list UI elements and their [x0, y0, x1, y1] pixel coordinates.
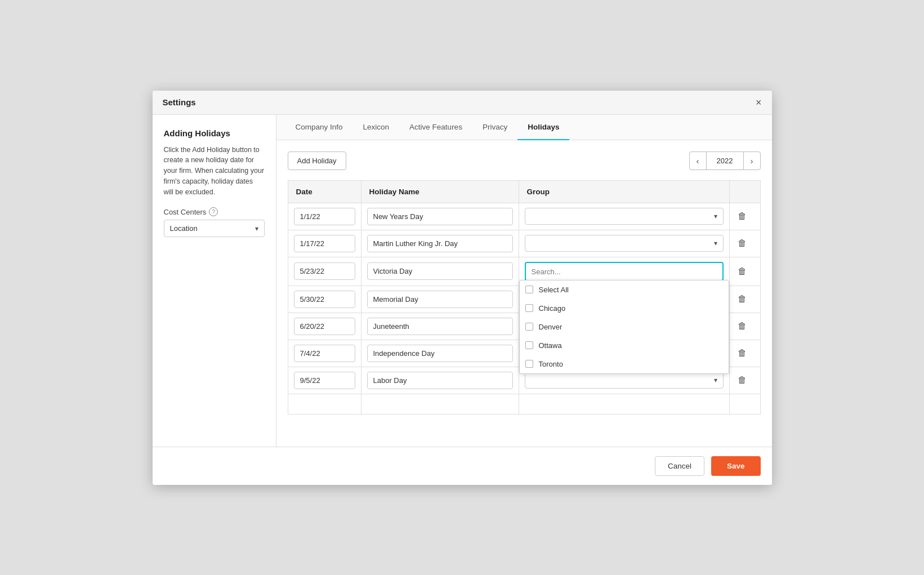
- add-holiday-button[interactable]: Add Holiday: [288, 151, 346, 170]
- modal-body: Adding Holidays Click the Add Holiday bu…: [153, 115, 772, 447]
- delete-button[interactable]: 🗑: [735, 346, 749, 360]
- help-icon[interactable]: ?: [209, 207, 218, 216]
- name-cell: [361, 367, 519, 394]
- date-cell: [288, 367, 361, 394]
- option-label-denver: Denver: [539, 323, 563, 331]
- cost-center-dropdown[interactable]: Location ▾: [164, 220, 265, 237]
- table-row-empty: [288, 394, 760, 414]
- chevron-down-icon: ▾: [714, 376, 717, 384]
- year-navigator: ‹ 2022 ›: [689, 151, 761, 170]
- date-cell: [288, 340, 361, 367]
- delete-button[interactable]: 🗑: [735, 319, 749, 333]
- date-input[interactable]: [294, 372, 355, 389]
- modal-footer: Cancel Save: [153, 447, 772, 485]
- group-dropdown[interactable]: ▾: [525, 208, 724, 225]
- date-cell: [288, 203, 361, 230]
- date-cell: [288, 257, 361, 286]
- delete-cell: 🗑: [729, 340, 760, 367]
- save-button[interactable]: Save: [711, 456, 761, 476]
- table-row: ▾ 🗑: [288, 203, 760, 230]
- trash-icon: 🗑: [738, 348, 747, 358]
- name-input[interactable]: [367, 345, 513, 362]
- empty-date-cell: [288, 394, 361, 414]
- date-input[interactable]: [294, 262, 355, 280]
- delete-cell: 🗑: [729, 313, 760, 340]
- dropdown-option-ottawa[interactable]: Ottawa: [520, 336, 729, 355]
- chevron-down-icon: ▾: [255, 225, 258, 233]
- name-cell: [361, 257, 519, 286]
- group-dropdown-active[interactable]: [525, 262, 724, 281]
- dropdown-option-select-all[interactable]: Select All: [520, 280, 729, 299]
- toolbar: Add Holiday ‹ 2022 ›: [288, 151, 761, 170]
- group-dropdown[interactable]: ▾: [525, 235, 724, 252]
- option-label-chicago: Chicago: [539, 304, 566, 313]
- empty-delete-cell: [729, 394, 760, 414]
- name-cell: [361, 230, 519, 257]
- tab-privacy[interactable]: Privacy: [472, 115, 517, 140]
- dropdown-option-denver[interactable]: Denver: [520, 318, 729, 336]
- year-display: 2022: [707, 153, 743, 169]
- date-input[interactable]: [294, 291, 355, 308]
- name-input[interactable]: [367, 318, 513, 335]
- tab-active-features[interactable]: Active Features: [399, 115, 472, 140]
- cancel-button[interactable]: Cancel: [655, 456, 704, 476]
- name-cell: [361, 286, 519, 313]
- empty-group-cell: [519, 394, 729, 414]
- col-header-name: Holiday Name: [361, 180, 519, 203]
- name-input[interactable]: [367, 208, 513, 225]
- trash-icon: 🗑: [738, 238, 747, 248]
- tab-lexicon[interactable]: Lexicon: [353, 115, 400, 140]
- date-cell: [288, 286, 361, 313]
- checkbox-toronto[interactable]: [525, 360, 533, 368]
- checkbox-chicago[interactable]: [525, 304, 533, 312]
- option-label-toronto: Toronto: [539, 360, 563, 368]
- date-input[interactable]: [294, 345, 355, 362]
- tab-company-info[interactable]: Company Info: [285, 115, 353, 140]
- trash-icon: 🗑: [738, 211, 747, 221]
- delete-cell: 🗑: [729, 257, 760, 286]
- table-row: ▾ 🗑: [288, 230, 760, 257]
- col-header-group: Group: [519, 180, 729, 203]
- delete-button[interactable]: 🗑: [735, 209, 749, 224]
- col-header-delete: [729, 180, 760, 203]
- delete-cell: 🗑: [729, 230, 760, 257]
- group-dropdown-menu: Select All Chicago Denver: [519, 280, 729, 374]
- group-search-input[interactable]: [532, 268, 717, 276]
- close-button[interactable]: ×: [756, 97, 762, 108]
- prev-year-button[interactable]: ‹: [690, 152, 707, 170]
- checkbox-ottawa[interactable]: [525, 341, 533, 349]
- name-input[interactable]: [367, 372, 513, 389]
- settings-modal: Settings × Adding Holidays Click the Add…: [153, 91, 772, 485]
- modal-title: Settings: [163, 97, 196, 107]
- delete-button[interactable]: 🗑: [735, 373, 749, 387]
- name-input[interactable]: [367, 262, 513, 280]
- next-year-button[interactable]: ›: [743, 152, 760, 170]
- dropdown-option-toronto[interactable]: Toronto: [520, 355, 729, 373]
- checkbox-select-all[interactable]: [525, 286, 533, 293]
- name-cell: [361, 313, 519, 340]
- date-cell: [288, 313, 361, 340]
- name-input[interactable]: [367, 291, 513, 308]
- option-label-select-all: Select All: [539, 286, 569, 294]
- trash-icon: 🗑: [738, 294, 747, 304]
- group-dropdown[interactable]: ▾: [525, 372, 724, 389]
- delete-button[interactable]: 🗑: [735, 292, 749, 306]
- date-input[interactable]: [294, 235, 355, 252]
- name-input[interactable]: [367, 235, 513, 252]
- date-input[interactable]: [294, 318, 355, 335]
- holidays-table-wrapper: Date Holiday Name Group: [288, 180, 761, 414]
- checkbox-denver[interactable]: [525, 323, 533, 331]
- tab-holidays[interactable]: Holidays: [517, 115, 569, 140]
- dropdown-option-chicago[interactable]: Chicago: [520, 299, 729, 318]
- delete-button[interactable]: 🗑: [735, 264, 749, 279]
- holidays-table: Date Holiday Name Group: [288, 180, 761, 414]
- delete-button[interactable]: 🗑: [735, 236, 749, 251]
- sidebar-description: Click the Add Holiday button to create a…: [164, 145, 265, 198]
- chevron-down-icon: ▾: [714, 212, 717, 220]
- option-label-ottawa: Ottawa: [539, 341, 562, 350]
- tabs-bar: Company Info Lexicon Active Features Pri…: [276, 115, 772, 140]
- chevron-down-icon: ▾: [714, 239, 717, 247]
- date-input[interactable]: [294, 208, 355, 225]
- delete-cell: 🗑: [729, 367, 760, 394]
- main-content: Company Info Lexicon Active Features Pri…: [276, 115, 772, 447]
